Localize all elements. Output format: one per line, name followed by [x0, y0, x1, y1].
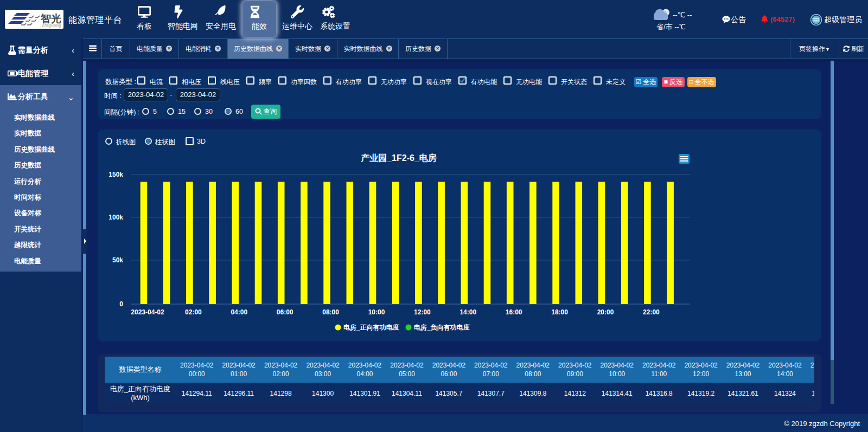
svg-text:14:00: 14:00 [459, 308, 476, 316]
svg-text:20:00: 20:00 [597, 308, 614, 316]
svg-text:22:00: 22:00 [643, 308, 660, 316]
svg-text:100k: 100k [108, 214, 123, 221]
svg-text:04:00: 04:00 [231, 308, 247, 316]
svg-text:Zhiguang: Zhiguang [42, 23, 61, 28]
svg-text:08:00: 08:00 [322, 308, 339, 316]
svg-text:18:00: 18:00 [551, 308, 568, 316]
svg-text:150k: 150k [108, 171, 123, 178]
svg-text:电房_负向有功电度: 电房_负向有功电度 [414, 324, 470, 331]
svg-text:电房_正向有功电度: 电房_正向有功电度 [343, 324, 399, 331]
svg-text:12:00: 12:00 [414, 308, 431, 316]
svg-text:2023-04-02: 2023-04-02 [131, 308, 164, 316]
svg-text:50k: 50k [112, 256, 123, 264]
svg-text:06:00: 06:00 [277, 308, 293, 316]
svg-text:16:00: 16:00 [506, 308, 522, 316]
svg-text:10:00: 10:00 [368, 308, 385, 316]
svg-text:0: 0 [119, 300, 123, 308]
svg-text:02:00: 02:00 [185, 308, 202, 316]
